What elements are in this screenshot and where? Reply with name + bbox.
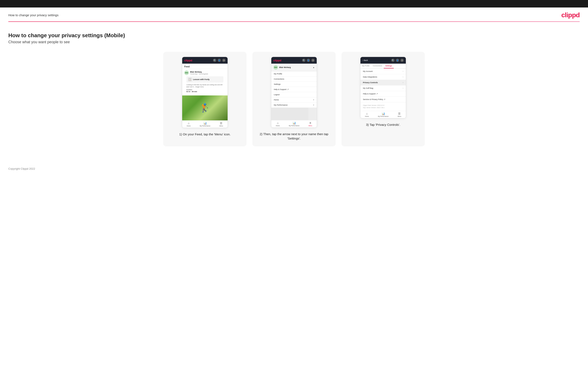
settings-item-myaccount[interactable]: My Account › <box>360 69 406 74</box>
tab-myprofile[interactable]: My Profile <box>360 64 371 68</box>
menu-performance-label: My Performance <box>274 104 287 106</box>
performance-icon: 📊 <box>203 122 207 125</box>
logo: clippd <box>561 11 580 19</box>
home-icon-2: ⌂ <box>277 121 279 125</box>
phone-2-bottomnav: ⌂ Home 📊 My Performance ✕ Menu <box>271 120 317 127</box>
lesson-card: 📋 Lesson with Fordy <box>186 76 223 83</box>
search-icon-2[interactable]: 🔍 <box>302 59 305 62</box>
home-icon: ⌂ <box>188 122 190 125</box>
menu-section-home[interactable]: Home ▾ <box>271 97 317 102</box>
feed-label: Feed <box>182 64 228 69</box>
settings-topbar: ‹ Back 🔍 👤 ⚙ <box>360 57 406 64</box>
lesson-desc: Looking to feel like my hands are exitin… <box>184 84 225 89</box>
step-2-caption: 2) Then, tap the arrow next to your name… <box>257 132 331 141</box>
home-label-3: Home <box>365 116 369 117</box>
tab-settings[interactable]: Settings <box>384 64 394 68</box>
performance-icon-2: 📊 <box>293 121 296 125</box>
settings-item-privacycontrols[interactable]: Privacy Controls › <box>360 80 406 85</box>
page-heading: How to change your privacy settings (Mob… <box>8 32 580 39</box>
serviceprivacy-label: Service & Privacy Policy ↗ <box>363 98 385 100</box>
nav-home-3[interactable]: ⌂ Home <box>365 112 369 117</box>
phone-2-topbar: clippd 🔍 👤 ⚙ <box>271 57 317 64</box>
settings-item-dataintegrations[interactable]: Data Integrations › <box>360 74 406 80</box>
phone-3-icons: 🔍 👤 ⚙ <box>391 59 404 62</box>
nav-home-2[interactable]: ⌂ Home <box>276 121 280 126</box>
settings-icon-3[interactable]: ⚙ <box>400 59 404 62</box>
footer: Copyright Clippd 2022 <box>0 163 588 175</box>
search-icon[interactable]: 🔍 <box>213 59 216 62</box>
settings-icon[interactable]: ⚙ <box>222 59 225 62</box>
menu-item-logout[interactable]: Logout <box>271 92 317 97</box>
profile-icon[interactable]: 👤 <box>218 59 221 62</box>
menu-home-label: Home <box>274 99 279 101</box>
nav-menu-3[interactable]: ☰ Menu <box>398 112 401 117</box>
step-3-phone: ‹ Back 🔍 👤 ⚙ My Profile Connections Sett… <box>360 57 406 118</box>
menu-item-settings[interactable]: Settings <box>271 82 317 87</box>
page-subheading: Choose what you want people to see <box>8 40 580 44</box>
golfer-silhouette: 🏌️ <box>200 103 210 113</box>
chevron-down-icon: ▾ <box>313 99 314 101</box>
settings-item-serviceprivacy[interactable]: Service & Privacy Policy ↗ <box>360 97 406 102</box>
lesson-duration: Duration 01 hr : 30 min <box>184 89 225 94</box>
step-2-phone: clippd 🔍 👤 ⚙ BM Blair McHarg ▲ My Profil <box>271 57 317 128</box>
home-label-2: Home <box>276 125 280 126</box>
steps-container: clippd 🔍 👤 ⚙ Feed BM Blair McHarg <box>8 52 580 146</box>
myaccount-label: My Account <box>363 70 373 72</box>
search-icon-3[interactable]: 🔍 <box>391 59 395 62</box>
blurred-panel <box>308 108 317 120</box>
avatar-2: BM <box>273 65 278 70</box>
menu-label: Menu <box>219 125 223 127</box>
header-divider <box>8 21 580 22</box>
chevron-right-icon-1: › <box>403 70 403 72</box>
chevron-right-icon-2: › <box>403 76 403 78</box>
performance-label-2: My Performance <box>289 125 299 126</box>
settings-icon-2[interactable]: ⚙ <box>311 59 315 62</box>
footer-line2: GQL Server Version: 2022.7.30-1 <box>363 107 403 109</box>
settings-tabs: My Profile Connections Settings <box>360 64 406 69</box>
settings-footer: Clippd Client Version: 2022.8.3-3 GQL Se… <box>360 102 406 111</box>
nav-performance-3[interactable]: 📊 My Performance <box>378 112 389 117</box>
menu-item-myprofile[interactable]: My Profile <box>271 71 317 76</box>
nav-menu-2[interactable]: ✕ Menu <box>309 121 312 126</box>
footer-line1: Clippd Client Version: 2022.8.3-3 <box>363 104 403 107</box>
dataintegrations-label: Data Integrations <box>363 76 377 78</box>
profile-icon-2[interactable]: 👤 <box>307 59 310 62</box>
nav-menu[interactable]: ☰ Menu <box>219 122 223 127</box>
menu-item-connections[interactable]: Connections <box>271 76 317 82</box>
menu-label-3: Menu <box>398 116 401 117</box>
top-bar <box>0 0 588 8</box>
nav-performance-2[interactable]: 📊 My Performance <box>289 121 299 126</box>
phone-1-icons: 🔍 👤 ⚙ <box>213 59 225 62</box>
main-content: How to change your privacy settings (Mob… <box>0 28 588 163</box>
back-button[interactable]: ‹ Back <box>363 59 368 61</box>
helpsupport-label: Help & Support ↗ <box>363 93 378 95</box>
duration-value: 01 hr : 30 min <box>186 91 197 92</box>
tab-connections[interactable]: Connections <box>371 64 384 68</box>
settings-item-helpsupport[interactable]: Help & Support ↗ <box>360 91 406 97</box>
privacycontrols-label: Privacy Controls <box>363 82 378 83</box>
chevron-right-icon-4: › <box>403 87 403 89</box>
close-icon: ✕ <box>309 121 311 125</box>
nav-performance[interactable]: 📊 My Performance <box>200 122 210 127</box>
menu-header-row[interactable]: BM Blair McHarg ▲ <box>271 64 317 71</box>
menu-icon-3: ☰ <box>398 112 401 115</box>
profile-icon-3[interactable]: 👤 <box>396 59 399 62</box>
lesson-icon: 📋 <box>188 78 192 81</box>
nav-home[interactable]: ⌂ Home <box>187 122 191 127</box>
menu-item-helpsupport[interactable]: Help & Support ↗ <box>271 87 317 92</box>
chevron-down-icon-2: ▾ <box>313 104 314 106</box>
menu-user: BM Blair McHarg <box>273 65 291 70</box>
post-header: BM Blair McHarg Yesterday · Sunningdale <box>184 70 225 75</box>
home-icon-3: ⌂ <box>366 112 368 115</box>
golf-image: 🏌️ <box>182 95 228 120</box>
post-author: Blair McHarg <box>190 71 208 73</box>
avatar: BM <box>184 70 189 75</box>
settings-item-mygolfbag[interactable]: My Golf Bag › <box>360 85 406 91</box>
menu-section-performance[interactable]: My Performance ▾ <box>271 102 317 108</box>
menu-username: Blair McHarg <box>279 66 291 68</box>
mygolfbag-label: My Golf Bag <box>363 87 373 89</box>
header-title: How to change your privacy settings <box>8 13 59 17</box>
menu-label-2: Menu <box>309 125 312 126</box>
lesson-title: Lesson with Fordy <box>193 78 210 81</box>
phone-2-logo: clippd <box>273 59 281 62</box>
